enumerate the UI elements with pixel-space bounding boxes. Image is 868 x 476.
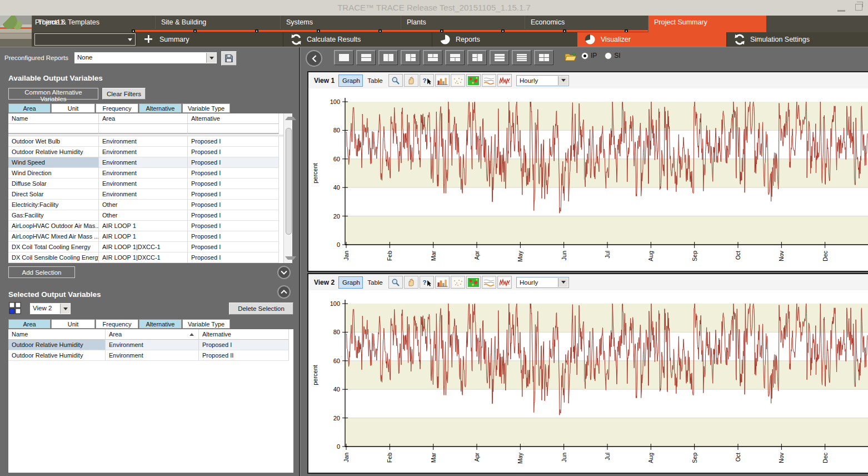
layout-button-4[interactable] xyxy=(401,50,420,65)
tab-theme-templates[interactable]: Theme & Templates xyxy=(32,16,155,29)
filter-tab-area[interactable]: Area xyxy=(8,103,51,113)
table-row[interactable]: Diffuse SolarEnvironmentProposed I xyxy=(8,178,283,189)
table-row[interactable]: AirLoopHVAC Outdoor Air Mas...AIR LOOP 1… xyxy=(8,221,283,231)
scatter-icon[interactable] xyxy=(451,74,465,87)
heatmap-icon[interactable] xyxy=(466,74,481,87)
filter-cell[interactable] xyxy=(99,124,188,134)
table-button[interactable]: Table xyxy=(363,75,387,87)
table-row[interactable]: Outdoor Relative HumidityEnvironmentProp… xyxy=(8,147,283,157)
column-header-name[interactable]: Name xyxy=(8,329,106,340)
filter-tab-frequency[interactable]: Frequency xyxy=(96,103,138,113)
filter-cell[interactable] xyxy=(188,124,279,134)
whats-this-icon[interactable]: ? xyxy=(420,276,434,289)
interval-select[interactable]: Hourly xyxy=(516,75,569,86)
project-selector[interactable] xyxy=(34,33,136,46)
column-header-area[interactable]: Area xyxy=(99,113,188,124)
subnav-calculate-results[interactable]: Calculate Results xyxy=(283,32,432,47)
layout-button-10[interactable] xyxy=(534,50,553,65)
profile-icon[interactable] xyxy=(482,74,496,87)
column-header-alternative[interactable]: Alternative xyxy=(188,113,279,124)
pan-icon[interactable] xyxy=(404,74,418,87)
filter-tab-unit[interactable]: Unit xyxy=(51,103,95,113)
filter-tab-frequency[interactable]: Frequency xyxy=(96,319,138,329)
scroll-up-icon[interactable] xyxy=(285,117,296,120)
scroll-down-icon[interactable] xyxy=(285,256,296,260)
preconfigured-reports-select[interactable]: None xyxy=(74,52,217,64)
chart-canvas[interactable]: 020406080100percentJanFebMarAprMayJunJul… xyxy=(308,88,868,271)
table-row[interactable]: Outdoor Relative HumidityEnvironmentProp… xyxy=(8,340,293,350)
view-select[interactable]: View 2 xyxy=(29,303,71,315)
layout-button-9[interactable] xyxy=(512,50,531,65)
graph-button[interactable]: Graph xyxy=(338,276,363,289)
chart-canvas[interactable]: 020406080100percentJanFebMarAprMayJunJul… xyxy=(308,290,868,473)
tab-project-summary[interactable]: Project Summary xyxy=(648,16,766,32)
scatter-icon[interactable] xyxy=(451,276,465,289)
tab-plants[interactable]: Plants xyxy=(401,16,525,29)
bar-chart-icon[interactable] xyxy=(435,276,450,289)
layout-button-6[interactable] xyxy=(445,50,465,65)
delete-selection-button[interactable]: Delete Selection xyxy=(229,303,293,315)
unit-radio-si[interactable]: SI xyxy=(605,52,620,60)
filter-tab-unit[interactable]: Unit xyxy=(51,319,95,329)
filter-tab-variable-type[interactable]: Variable Type xyxy=(182,319,230,329)
radio-icon xyxy=(605,52,612,60)
profile-icon[interactable] xyxy=(482,276,496,289)
zoom-icon[interactable] xyxy=(388,276,403,289)
table-row[interactable]: Gas:FacilityOtherProposed I xyxy=(8,210,283,221)
available-table-scrollbar[interactable] xyxy=(283,113,292,263)
unit-radio-ip[interactable]: IP xyxy=(581,52,597,60)
column-header-name[interactable]: Name xyxy=(8,113,99,124)
table-row[interactable]: Direct SolarEnvironmentProposed I xyxy=(8,189,283,200)
minimize-icon[interactable] xyxy=(837,3,845,12)
filter-tab-area[interactable]: Area xyxy=(8,319,51,329)
save-report-button[interactable] xyxy=(221,51,237,66)
filter-tab-alternative[interactable]: Alternative xyxy=(139,103,182,113)
heatmap-icon[interactable] xyxy=(466,276,481,289)
add-selection-button[interactable]: Add Selection xyxy=(8,266,75,278)
layout-button-7[interactable] xyxy=(467,50,487,65)
line-chart-icon[interactable] xyxy=(497,74,512,87)
layout-button-2[interactable] xyxy=(356,50,376,65)
layout-button-5[interactable] xyxy=(423,50,442,65)
table-row[interactable]: DX Coil Sensible Cooling EnergyAIR LOOP … xyxy=(8,252,283,263)
clear-filters-button[interactable]: Clear Filters xyxy=(102,88,146,100)
collapse-available-button[interactable] xyxy=(277,266,291,279)
filter-cell[interactable] xyxy=(8,124,99,134)
tab-site-building[interactable]: Site & Building xyxy=(155,16,280,29)
layout-button-8[interactable] xyxy=(490,50,509,65)
restore-icon[interactable] xyxy=(855,4,862,11)
whats-this-icon[interactable]: ? xyxy=(420,74,434,87)
table-row[interactable]: Outdoor Wet BulbEnvironmentProposed I xyxy=(8,136,283,147)
subnav-visualizer[interactable]: Visualizer xyxy=(577,32,726,47)
tab-systems[interactable]: Systems xyxy=(280,16,401,29)
table-row[interactable]: Outdoor Relative HumidityEnvironmentProp… xyxy=(8,350,293,361)
collapse-selected-button[interactable] xyxy=(277,285,291,299)
table-row[interactable]: DX Coil Total Cooling EnergyAIR LOOP 1|D… xyxy=(8,242,283,252)
filter-tab-variable-type[interactable]: Variable Type xyxy=(182,103,230,113)
column-header-area[interactable]: Area xyxy=(106,329,199,340)
zoom-icon[interactable] xyxy=(388,74,403,87)
subnav-summary[interactable]: Summary xyxy=(136,32,283,47)
table-button[interactable]: Table xyxy=(363,276,387,289)
table-row[interactable]: Wind DirectionEnvironmentProposed I xyxy=(8,168,283,178)
collapse-sidebar-button[interactable] xyxy=(306,50,322,67)
table-row[interactable]: Wind SpeedEnvironmentProposed I xyxy=(8,157,283,168)
tab-economics[interactable]: Economics xyxy=(525,16,648,29)
graph-button[interactable]: Graph xyxy=(338,75,363,87)
interval-select[interactable]: Hourly xyxy=(516,277,569,288)
subnav-simulation-settings[interactable]: Simulation Settings xyxy=(726,32,867,47)
pan-icon[interactable] xyxy=(404,276,418,289)
common-alternative-variables-button[interactable]: Common Alternative Variables xyxy=(8,88,98,100)
layout-button-3[interactable] xyxy=(378,50,398,65)
open-folder-button[interactable] xyxy=(563,49,578,64)
table-row[interactable]: Electricity:FacilityOtherProposed I xyxy=(8,200,283,210)
table-row[interactable]: AirLoopHVAC Mixed Air Mass ...AIR LOOP 1… xyxy=(8,231,283,242)
line-chart-icon[interactable] xyxy=(497,276,512,289)
layout-button-1[interactable] xyxy=(334,50,353,65)
filter-tab-alternative[interactable]: Alternative xyxy=(139,319,182,329)
view-layout-icon[interactable] xyxy=(8,301,23,316)
column-header-alternative[interactable]: Alternative xyxy=(199,329,289,340)
subnav-reports[interactable]: Reports xyxy=(432,32,577,47)
scrollbar-thumb[interactable] xyxy=(286,128,292,235)
bar-chart-icon[interactable] xyxy=(435,74,450,87)
